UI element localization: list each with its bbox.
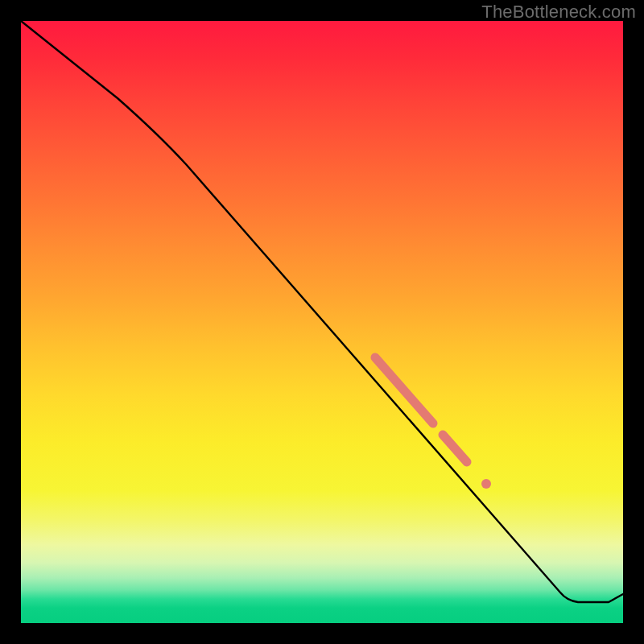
chart-canvas: TheBottleneck.com [0, 0, 644, 644]
curve-highlight-dot [481, 479, 491, 489]
bottleneck-curve [21, 21, 623, 602]
watermark-text: TheBottleneck.com [481, 2, 636, 23]
chart-overlay [21, 21, 623, 623]
curve-highlight-segment-2 [443, 435, 467, 462]
